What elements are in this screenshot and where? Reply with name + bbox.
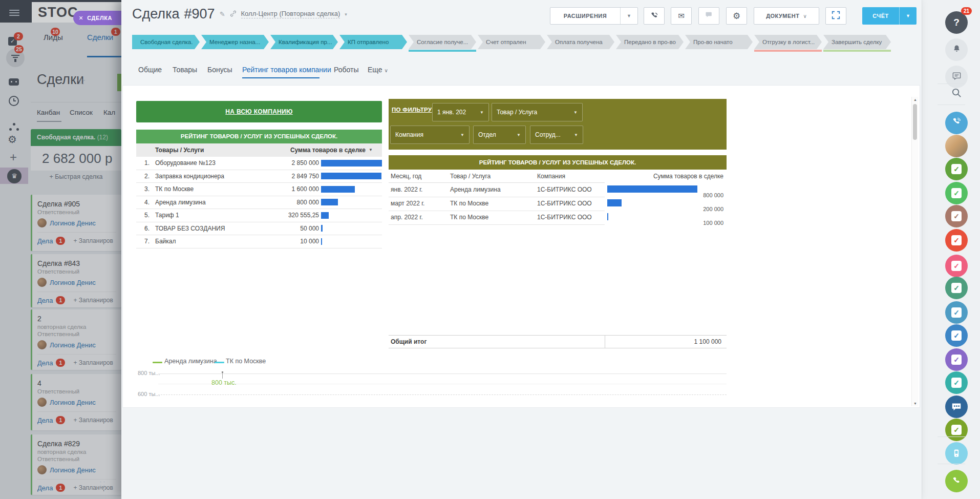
mobile-app-icon[interactable] bbox=[945, 442, 968, 465]
tab-products[interactable]: Товары bbox=[173, 66, 197, 74]
left-table-column-header: Товары / Услуги Сумма товаров в сделке ▼ bbox=[136, 143, 382, 157]
call-button[interactable] bbox=[644, 7, 665, 25]
tasks-icon-pink[interactable]: ✓ bbox=[945, 255, 968, 277]
annotation-dot bbox=[222, 371, 223, 373]
stage-item[interactable]: Свободная сделка. bbox=[132, 35, 200, 49]
expand-icon bbox=[832, 11, 840, 22]
fullscreen-button[interactable] bbox=[825, 7, 846, 25]
callback-phone-icon[interactable] bbox=[945, 470, 968, 492]
tab-more[interactable]: Еще ∨ bbox=[368, 66, 388, 74]
avatar[interactable] bbox=[945, 135, 968, 157]
notifications-button[interactable] bbox=[945, 38, 968, 61]
dialog-lines-icon bbox=[952, 71, 962, 83]
stage-item[interactable]: Оплата получена bbox=[547, 35, 614, 49]
pipeline-link[interactable]: Колл-Центр (Повторная сделка) bbox=[241, 10, 340, 18]
slider-tab-label: СДЕЛКА bbox=[87, 15, 112, 21]
drag-handle[interactable] bbox=[100, 481, 101, 483]
tab-general[interactable]: Общие bbox=[138, 66, 162, 74]
table-row: апр. 2022 г.ТК по Москве1С-БИТРИКС ООО bbox=[389, 211, 605, 225]
stage-item[interactable]: КП отправлено bbox=[339, 35, 407, 49]
product-filter-dropdown[interactable]: Товар / Услуга▼ bbox=[492, 103, 583, 121]
stage-item[interactable]: Завершить сделку bbox=[823, 35, 891, 49]
tasks-icon-purple[interactable]: ✓ bbox=[945, 348, 968, 371]
stage-item[interactable]: Согласие получе... bbox=[409, 35, 476, 49]
sort-caret-icon[interactable]: ▼ bbox=[369, 143, 373, 157]
table-row: 5.Тариф 1320 555,25 bbox=[136, 209, 382, 222]
legend-label[interactable]: ТК по Москве bbox=[226, 358, 266, 365]
tab-bonuses[interactable]: Бонусы bbox=[207, 66, 232, 74]
document-label: ДОКУМЕНТ bbox=[766, 13, 799, 19]
chevron-down-icon: ▼ bbox=[480, 110, 484, 115]
deal-header: Сделка #907 ✎ Колл-Центр (Повторная сдел… bbox=[132, 6, 347, 22]
scrollbar-thumb[interactable] bbox=[913, 104, 917, 140]
dim-overlay bbox=[0, 23, 121, 499]
tab-company-product-rating[interactable]: Рейтинг товаров компании bbox=[242, 66, 331, 74]
tasks-icon-seagreen[interactable]: ✓ bbox=[945, 277, 968, 299]
search-icon[interactable] bbox=[951, 87, 963, 101]
table-row: 7.Байкал10 000 bbox=[136, 235, 382, 248]
settings-button[interactable]: ⚙ bbox=[726, 7, 747, 25]
stage-item[interactable]: Передано в про-во bbox=[616, 35, 684, 49]
slider-tab-deal[interactable]: × СДЕЛКА bbox=[73, 11, 121, 25]
legend-label[interactable]: Аренда лимузина bbox=[164, 358, 217, 365]
table-row: 3.ТК по Москве1 600 000 bbox=[136, 183, 382, 196]
tasks-icon-steelblue[interactable]: ✓ bbox=[945, 301, 968, 324]
company-filter-dropdown[interactable]: Компания▼ bbox=[390, 126, 470, 144]
column-sum: Сумма товаров в сделке bbox=[653, 170, 723, 183]
total-value: 1 100 000 bbox=[694, 336, 721, 348]
notification-count-badge: 21 bbox=[961, 7, 972, 15]
tab-robots[interactable]: Роботы bbox=[334, 66, 358, 74]
employee-filter-dropdown[interactable]: Сотруд...▼ bbox=[530, 126, 583, 144]
filter-label[interactable]: ПО ФИЛЬТРУ bbox=[392, 107, 432, 113]
column-products: Товары / Услуги bbox=[155, 143, 204, 157]
invoice-label: СЧЁТ bbox=[862, 13, 899, 19]
filter-panel: ПО ФИЛЬТРУ 1 янв. 202▼ Товар / Услуга▼ К… bbox=[389, 99, 727, 150]
department-filter-dropdown[interactable]: Отдел▼ bbox=[473, 126, 526, 144]
check-icon: ✓ bbox=[951, 283, 962, 293]
tasks-icon-green[interactable]: ✓ bbox=[945, 182, 968, 204]
extensions-button[interactable]: РАСШИРЕНИЯ ▼ bbox=[550, 7, 638, 25]
tasks-icon-brown[interactable]: ✓ bbox=[945, 205, 968, 227]
scroll-up-icon[interactable]: ▲ bbox=[912, 98, 919, 101]
chat-button[interactable] bbox=[698, 7, 719, 25]
telephony-button[interactable] bbox=[945, 112, 968, 134]
check-icon: ✓ bbox=[951, 261, 962, 271]
tasks-icon-red[interactable]: ✓ bbox=[945, 229, 968, 252]
table-row: 2.Заправка кондиционера2 849 750 bbox=[136, 170, 382, 183]
divider bbox=[938, 436, 965, 437]
check-icon: ✓ bbox=[951, 164, 962, 174]
chevron-down-icon[interactable]: ▼ bbox=[900, 13, 917, 18]
check-icon: ✓ bbox=[951, 330, 962, 341]
column-company: Компания bbox=[537, 170, 565, 183]
close-icon[interactable]: × bbox=[79, 14, 83, 22]
stage-item[interactable]: Отгрузку в логист... bbox=[754, 35, 822, 49]
check-icon: ✓ bbox=[951, 307, 962, 318]
column-sum[interactable]: Сумма товаров в сделке bbox=[290, 143, 366, 157]
gridline bbox=[158, 394, 727, 395]
tasks-icon-teal[interactable]: ✓ bbox=[945, 371, 968, 394]
scroll-down-icon[interactable]: ▼ bbox=[912, 402, 919, 405]
content-scrollbar[interactable]: ▲ ▼ bbox=[911, 97, 918, 406]
invoice-button[interactable]: СЧЁТ ▼ bbox=[862, 7, 917, 25]
tasks-icon-green-dark[interactable]: ✓ bbox=[945, 158, 968, 180]
whole-company-button[interactable]: НА ВСЮ КОМПАНИЮ bbox=[136, 101, 382, 122]
document-button[interactable]: ДОКУМЕНТ ∨ bbox=[754, 7, 819, 25]
chevron-down-icon[interactable]: ▼ bbox=[621, 13, 637, 18]
messenger-button[interactable] bbox=[945, 66, 968, 88]
stage-item[interactable]: Счет отпрален bbox=[478, 35, 545, 49]
group-chat-icon[interactable] bbox=[945, 396, 968, 418]
link-icon[interactable] bbox=[230, 10, 237, 19]
stage-item[interactable]: Квалификация пр... bbox=[270, 35, 338, 49]
stage-item[interactable]: Про-во начато bbox=[685, 35, 753, 49]
table-row: 6.ТОВАР БЕЗ СОЗДАНИЯ50 000 bbox=[136, 222, 382, 236]
date-filter-dropdown[interactable]: 1 янв. 202▼ bbox=[432, 103, 489, 121]
tasks-icon-olive[interactable]: ✓ bbox=[945, 419, 968, 441]
gridline bbox=[158, 384, 727, 384]
edit-pencil-icon[interactable]: ✎ bbox=[220, 10, 225, 18]
chevron-down-icon[interactable]: ▾ bbox=[345, 12, 347, 17]
deal-id: #907 bbox=[184, 6, 215, 22]
y-axis-tick: 600 ты... bbox=[138, 391, 160, 397]
email-button[interactable]: ✉ bbox=[671, 7, 692, 25]
tasks-icon-blue[interactable]: ✓ bbox=[945, 324, 968, 347]
stage-item[interactable]: Менеджер назна... bbox=[201, 35, 269, 49]
